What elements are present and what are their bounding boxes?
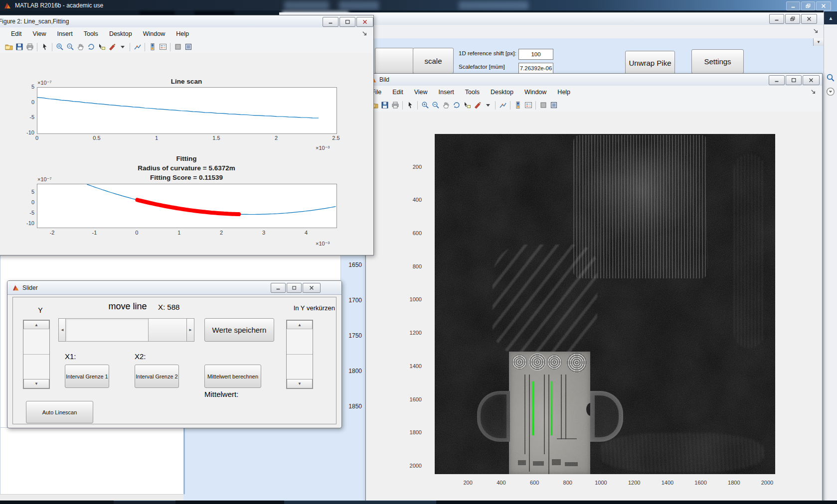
maximize-button[interactable] xyxy=(339,17,355,27)
zoom-out-icon[interactable] xyxy=(431,101,440,110)
unwrap-pike-button[interactable]: Unwrap Pike xyxy=(625,51,675,75)
slider-thumb[interactable] xyxy=(148,318,187,342)
scale-button[interactable]: scale xyxy=(413,48,454,74)
close-button[interactable] xyxy=(816,1,831,10)
bild-titlebar[interactable]: Bild xyxy=(366,74,822,86)
colorbar-icon[interactable] xyxy=(513,101,522,110)
search-icon[interactable] xyxy=(826,73,835,82)
rotate-3d-icon[interactable] xyxy=(452,101,461,110)
minimize-button[interactable] xyxy=(769,14,784,24)
menu-view[interactable]: View xyxy=(409,89,433,96)
save-icon[interactable] xyxy=(14,42,24,52)
dock-arrow-icon[interactable] xyxy=(810,89,817,96)
pan-icon[interactable] xyxy=(76,42,85,52)
menu-tools[interactable]: Tools xyxy=(460,89,485,96)
scrollbar-track[interactable] xyxy=(23,329,49,354)
slider-titlebar[interactable]: Slider xyxy=(7,281,341,295)
rotate-3d-icon[interactable] xyxy=(86,42,96,52)
scalefactor-input[interactable]: 7.26392e-06 xyxy=(518,63,553,74)
scrollbar-track[interactable] xyxy=(287,354,313,379)
close-button[interactable] xyxy=(803,75,820,85)
plot2-y-exponent: ×10⁻⁷ xyxy=(37,176,51,183)
close-button[interactable] xyxy=(303,283,321,293)
werte-speichern-button[interactable]: Werte speichern xyxy=(204,318,274,342)
scrollbar-track[interactable] xyxy=(287,329,313,354)
in-y-scrollbar[interactable]: ▲ ▼ xyxy=(286,320,313,389)
restore-button[interactable] xyxy=(785,14,800,24)
menu-desktop[interactable]: Desktop xyxy=(485,89,519,96)
menu-help[interactable]: Help xyxy=(170,30,194,37)
menu-help[interactable]: Help xyxy=(552,89,576,96)
menu-desktop[interactable]: Desktop xyxy=(104,30,138,37)
minimize-button[interactable] xyxy=(786,1,800,10)
data-cursor-icon[interactable] xyxy=(97,42,106,52)
ref-shift-input[interactable]: 100 xyxy=(518,49,553,60)
mittelwert-berechnen-button[interactable]: Mittelwert berechnen xyxy=(204,365,261,388)
cursor-icon[interactable] xyxy=(40,42,49,52)
menu-edit[interactable]: Edit xyxy=(5,30,27,37)
dock-arrow-icon[interactable] xyxy=(813,28,820,35)
maximize-button[interactable] xyxy=(786,75,802,85)
open-icon[interactable] xyxy=(4,42,13,52)
interval-grenze-1-button[interactable]: Interval Grenze 1 xyxy=(65,365,109,388)
menu-insert[interactable]: Insert xyxy=(51,30,78,37)
menu-view[interactable]: View xyxy=(27,30,52,37)
print-icon[interactable] xyxy=(25,42,34,52)
tick-label: 0 xyxy=(27,135,47,141)
zoom-in-icon[interactable] xyxy=(55,42,64,52)
data-cursor-icon[interactable] xyxy=(462,101,472,110)
pan-icon[interactable] xyxy=(441,101,451,110)
plot1-axes[interactable] xyxy=(37,87,337,134)
colorbar-icon[interactable] xyxy=(148,42,157,52)
hidden-button[interactable] xyxy=(375,48,414,74)
slider-track[interactable] xyxy=(65,318,149,342)
print-icon[interactable] xyxy=(390,101,400,110)
dock-window-icon[interactable] xyxy=(183,42,193,52)
minimize-button[interactable] xyxy=(271,283,286,293)
collapse-panel-block[interactable]: ▲ xyxy=(824,11,837,24)
taskbar[interactable] xyxy=(0,501,837,504)
scrollbar-track[interactable] xyxy=(23,354,49,379)
minimize-button[interactable] xyxy=(323,17,338,27)
save-icon[interactable] xyxy=(380,101,389,110)
minimize-button[interactable] xyxy=(769,75,785,85)
chevron-down-icon[interactable]: ▼ xyxy=(813,38,824,46)
plot2-axes[interactable] xyxy=(37,184,337,228)
brush-icon[interactable] xyxy=(107,42,117,52)
slider-right-arrow[interactable]: ► xyxy=(186,318,194,342)
tick-label: 1000 xyxy=(397,296,422,302)
menu-edit[interactable]: Edit xyxy=(387,89,409,96)
scroll-down-icon[interactable]: ▼ xyxy=(23,379,49,388)
settings-button[interactable]: Settings xyxy=(691,49,744,74)
brush-menu-icon[interactable] xyxy=(118,42,127,52)
menu-insert[interactable]: Insert xyxy=(433,89,460,96)
hologram-image[interactable] xyxy=(435,134,775,474)
dock-window-icon[interactable] xyxy=(549,101,558,110)
figure2-titlebar[interactable]: Figure 2: Line_scan,Fitting xyxy=(0,15,373,28)
plot1-y-exponent: ×10⁻⁷ xyxy=(37,80,51,86)
dock-figure-icon[interactable] xyxy=(173,42,182,52)
cursor-icon[interactable] xyxy=(405,101,415,110)
zoom-in-icon[interactable] xyxy=(420,101,430,110)
menu-tools[interactable]: Tools xyxy=(78,30,104,37)
restore-button[interactable] xyxy=(801,1,815,10)
brush-menu-icon[interactable] xyxy=(483,101,493,110)
close-button[interactable] xyxy=(801,14,817,24)
circled-chevron-icon[interactable] xyxy=(826,87,835,96)
menu-window[interactable]: Window xyxy=(138,30,170,37)
dock-arrow-icon[interactable] xyxy=(361,30,368,37)
legend-icon[interactable] xyxy=(158,42,167,52)
brush-icon[interactable] xyxy=(473,101,482,110)
link-plot-icon[interactable] xyxy=(133,42,142,52)
dock-figure-icon[interactable] xyxy=(538,101,548,110)
zoom-out-icon[interactable] xyxy=(65,42,75,52)
maximize-button[interactable] xyxy=(287,283,302,293)
legend-icon[interactable] xyxy=(523,101,533,110)
interval-grenze-2-button[interactable]: Interval Grenze 2 xyxy=(135,365,179,388)
y-scrollbar[interactable]: ▲ ▼ xyxy=(23,320,50,389)
link-plot-icon[interactable] xyxy=(498,101,507,110)
menu-window[interactable]: Window xyxy=(519,89,552,96)
scroll-down-icon[interactable]: ▼ xyxy=(287,379,313,388)
auto-linescan-button[interactable]: Auto Linescan xyxy=(26,401,93,423)
close-button[interactable] xyxy=(356,17,373,27)
